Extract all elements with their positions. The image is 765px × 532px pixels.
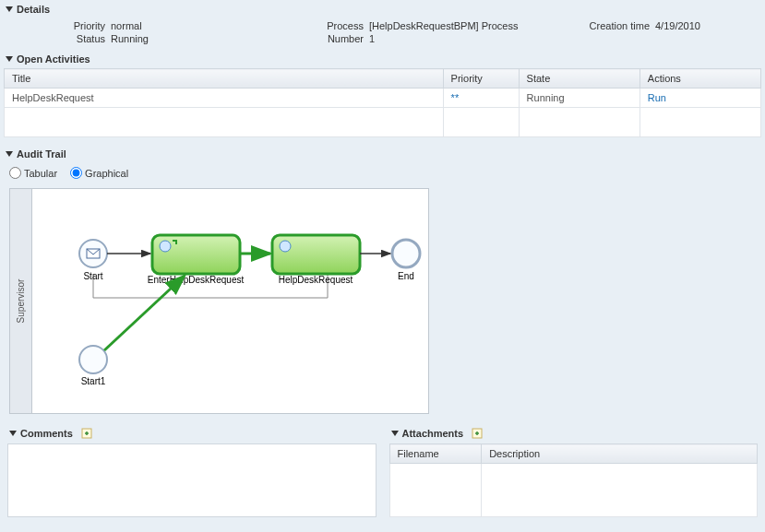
creation-label: Creation time (572, 20, 655, 31)
column-title[interactable]: Title (5, 69, 444, 89)
open-activities-panel: Title Priority State Actions HelpDeskReq… (4, 68, 761, 137)
bpmn-diagram: Start Start1 EnterHelpDeskRequest HelpDe… (42, 198, 429, 406)
attachments-title: Attachments (402, 428, 464, 439)
cell-title: HelpDeskRequest (5, 89, 444, 108)
node-enter-label: EnterHelpDeskRequest (148, 275, 245, 285)
priority-value: normal (111, 20, 295, 31)
node-end[interactable] (392, 240, 420, 267)
table-row[interactable]: HelpDeskRequest ** Running Run (5, 89, 761, 108)
radio-graphical-label: Graphical (85, 168, 128, 179)
node-help-label: HelpDeskRequest (279, 275, 353, 285)
radio-tabular-label: Tabular (24, 168, 57, 179)
svg-point-2 (280, 241, 291, 252)
priority-label: Priority (9, 20, 111, 31)
chevron-down-icon (6, 56, 13, 62)
svg-point-1 (160, 241, 171, 252)
radio-graphical[interactable]: Graphical (70, 167, 128, 179)
node-start1[interactable] (79, 346, 107, 373)
column-actions[interactable]: Actions (639, 69, 760, 89)
cell-priority: ** (443, 89, 519, 108)
chevron-down-icon (9, 431, 17, 436)
column-priority[interactable]: Priority (443, 69, 519, 89)
details-header[interactable]: Details (0, 0, 765, 18)
chevron-down-icon (6, 151, 13, 157)
column-description[interactable]: Description (482, 444, 758, 464)
creation-value: 4/19/2010 (655, 20, 765, 31)
diagram-panel: Supervisor Start (9, 188, 429, 414)
column-state[interactable]: State (519, 69, 639, 89)
open-activities-title: Open Activities (17, 53, 90, 65)
process-value: [HelpDeskRequestBPM] Process (369, 20, 572, 31)
run-link[interactable]: Run (648, 92, 666, 103)
audit-trail-controls: Tabular Graphical (0, 163, 765, 183)
open-activities-table: Title Priority State Actions HelpDeskReq… (4, 68, 761, 137)
cell-state: Running (519, 89, 639, 108)
radio-tabular[interactable]: Tabular (9, 167, 57, 179)
attachments-table: Filename Description (389, 443, 759, 517)
comments-body (7, 443, 377, 517)
chevron-down-icon (6, 6, 13, 12)
attachments-header[interactable]: Attachments (386, 423, 762, 443)
node-start-label: Start (83, 271, 102, 281)
radio-tabular-input[interactable] (9, 167, 21, 179)
open-activities-header[interactable]: Open Activities (0, 50, 765, 68)
radio-graphical-input[interactable] (70, 167, 82, 179)
comments-header[interactable]: Comments (4, 423, 380, 443)
audit-trail-header[interactable]: Audit Trail (0, 145, 765, 163)
process-label: Process (295, 20, 369, 31)
swimlane-label: Supervisor (10, 189, 32, 413)
chevron-down-icon (391, 431, 399, 436)
table-row-empty (389, 464, 758, 517)
column-filename[interactable]: Filename (389, 444, 482, 464)
details-grid: Priority normal Process [HelpDeskRequest… (0, 18, 765, 50)
node-end-label: End (398, 271, 414, 281)
swimlane-text: Supervisor (16, 279, 26, 324)
add-comment-icon[interactable] (80, 427, 93, 440)
node-start1-label: Start1 (81, 376, 106, 386)
number-value: 1 (369, 33, 572, 44)
diagram-canvas[interactable]: Start Start1 EnterHelpDeskRequest HelpDe… (32, 189, 438, 413)
table-row-empty (5, 108, 761, 137)
svg-line-6 (104, 276, 185, 350)
status-value: Running (111, 33, 295, 44)
status-label: Status (9, 33, 111, 44)
audit-trail-title: Audit Trail (17, 148, 66, 160)
details-title: Details (17, 4, 50, 15)
add-attachment-icon[interactable] (471, 427, 484, 440)
comments-title: Comments (20, 428, 73, 439)
number-label: Number (295, 33, 369, 44)
